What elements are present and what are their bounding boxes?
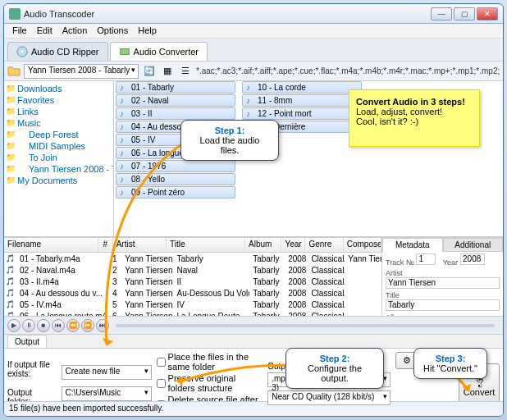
file-item[interactable]: 09 - Point zéro xyxy=(116,186,235,199)
rewind-button[interactable]: ⏪ xyxy=(66,319,80,332)
list-header[interactable]: Filename # Artist Title Album Year Genre… xyxy=(4,238,381,253)
menu-help[interactable]: Help xyxy=(133,24,162,38)
folder-icon xyxy=(7,65,21,78)
file-item[interactable]: 12 - Point mort xyxy=(242,107,362,120)
tree-node[interactable]: MIDI Samples xyxy=(6,140,112,152)
meta-trackno[interactable]: 1 xyxy=(416,253,436,265)
filter-text: *.aac;*.ac3;*.aif;*.aiff;*.ape;*.cue;*.f… xyxy=(196,66,500,75)
file-item[interactable]: 03 - II xyxy=(116,107,235,120)
meta-artist[interactable]: Yann Tiersen xyxy=(386,277,500,289)
app-icon xyxy=(9,8,21,20)
track-list: Filename # Artist Title Album Year Genre… xyxy=(4,237,503,316)
table-row[interactable]: 06 - La longue route.m4a6Yann TiersenLa … xyxy=(4,310,381,316)
view-icons-button[interactable]: ▦ xyxy=(160,64,175,79)
window-title: Audio Transcoder xyxy=(24,9,429,19)
exists-select[interactable]: Create new file xyxy=(62,365,152,380)
tree-node[interactable]: Deep Forest xyxy=(6,129,112,140)
main-tabs: Audio CD Ripper Audio Converter xyxy=(4,39,503,62)
tree-node[interactable]: To Join xyxy=(6,152,112,163)
tab-additional[interactable]: Additional xyxy=(443,238,504,252)
menu-edit[interactable]: Edit xyxy=(32,24,57,38)
metadata-panel: Metadata Additional Track № 1 Year 2008 … xyxy=(381,238,503,316)
tree-node[interactable]: Downloads xyxy=(6,83,112,94)
cd-icon xyxy=(16,46,28,57)
same-folder-checkbox[interactable] xyxy=(157,358,166,367)
menubar: File Edit Action Options Help xyxy=(4,24,503,39)
svg-point-1 xyxy=(21,50,24,53)
gear-icon: ⚙ xyxy=(403,355,411,366)
file-item[interactable]: 08 - Yello xyxy=(116,173,235,185)
output-folder[interactable]: C:\Users\Music xyxy=(62,386,152,401)
toolbar: Yann Tiersen 2008 - Tabarly 🔄 ▦ ☰ *.aac;… xyxy=(4,62,503,81)
refresh-button[interactable]: 🔄 xyxy=(142,64,157,79)
path-selector[interactable]: Yann Tiersen 2008 - Tabarly xyxy=(24,64,139,79)
menu-options[interactable]: Options xyxy=(92,24,133,38)
file-item[interactable]: 11 - 8mm xyxy=(242,94,362,107)
tree-node[interactable]: My Documents xyxy=(6,175,112,186)
tree-node[interactable]: Links xyxy=(6,106,112,117)
quality-select[interactable]: Near CD Quality (128 kbit/s) xyxy=(267,390,391,405)
table-row[interactable]: 04 - Au dessous du v...4Yann TiersenAu-D… xyxy=(4,287,381,299)
seek-slider[interactable] xyxy=(116,324,495,327)
menu-file[interactable]: File xyxy=(7,24,32,38)
folder-tree[interactable]: DownloadsFavoritesLinksMusicDeep ForestM… xyxy=(4,81,114,236)
file-item[interactable]: 10 - La corde xyxy=(242,81,362,94)
file-grid[interactable]: 01 - Tabarly02 - Naval03 - II04 - Au des… xyxy=(114,81,503,236)
table-row[interactable]: 03 - II.m4a3Yann TiersenIITabarly2008Cla… xyxy=(4,276,381,287)
player-bar: ▶ ⏸ ■ ⏮ ⏪ ⏩ ⏭ xyxy=(4,316,503,334)
tab-metadata[interactable]: Metadata xyxy=(382,238,443,252)
meta-year[interactable]: 2008 xyxy=(460,253,485,265)
next-button[interactable]: ⏭ xyxy=(96,319,109,332)
tree-node[interactable]: Favorites xyxy=(6,94,112,106)
sticky-note: Convert Audio in 3 steps! Load, adjust, … xyxy=(349,89,480,147)
svg-rect-2 xyxy=(120,49,129,55)
table-row[interactable]: 01 - Tabarly.m4a1Yann TiersenTabarlyTaba… xyxy=(4,253,381,264)
file-item[interactable]: 02 - Naval xyxy=(116,94,235,107)
stop-button[interactable]: ■ xyxy=(37,319,50,332)
file-item[interactable]: 01 - Tabarly xyxy=(116,81,235,94)
step3-callout: Step 3:Hit "Convert." xyxy=(413,348,487,379)
tree-node[interactable]: Yann Tiersen 2008 - Tabarly xyxy=(6,163,112,175)
meta-title[interactable]: Tabarly xyxy=(386,299,500,311)
file-item[interactable]: 07 - 1976 xyxy=(116,160,235,172)
prev-button[interactable]: ⏮ xyxy=(52,319,65,332)
tab-converter[interactable]: Audio Converter xyxy=(110,42,208,61)
step1-callout: Step 1:Load the audio files. xyxy=(180,120,279,161)
convert-icon xyxy=(119,46,130,57)
table-row[interactable]: 05 - IV.m4a5Yann TiersenIVTabarly2008Cla… xyxy=(4,299,381,310)
play-button[interactable]: ▶ xyxy=(7,319,21,332)
tree-node[interactable]: Music xyxy=(6,117,112,129)
close-button[interactable]: ✕ xyxy=(477,7,498,21)
ffwd-button[interactable]: ⏩ xyxy=(81,319,94,332)
menu-action[interactable]: Action xyxy=(57,24,93,38)
tab-ripper[interactable]: Audio CD Ripper xyxy=(7,42,108,61)
pause-button[interactable]: ⏸ xyxy=(22,319,35,332)
status-bar: 15 file(s) have been imported successful… xyxy=(4,401,503,416)
view-list-button[interactable]: ☰ xyxy=(178,64,193,79)
minimize-button[interactable]: — xyxy=(431,7,452,21)
output-tab[interactable]: Output xyxy=(7,335,47,348)
maximize-button[interactable]: ▢ xyxy=(454,7,475,21)
step2-callout: Step 2:Configure the output. xyxy=(285,348,384,389)
table-row[interactable]: 02 - Naval.m4a2Yann TiersenNavalTabarly2… xyxy=(4,264,381,276)
titlebar: Audio Transcoder — ▢ ✕ xyxy=(4,4,503,24)
preserve-structure-checkbox[interactable] xyxy=(157,379,166,388)
